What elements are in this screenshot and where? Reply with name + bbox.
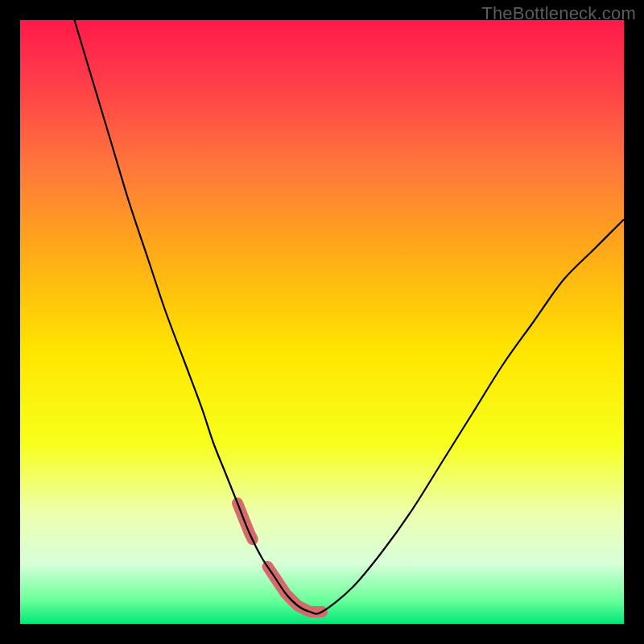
- watermark-label: TheBottleneck.com: [481, 3, 636, 24]
- curve-highlight-segments: [237, 503, 322, 612]
- plot-area: [20, 20, 624, 624]
- curve-layer: [20, 20, 624, 624]
- chart-frame: TheBottleneck.com: [0, 0, 644, 644]
- bottleneck-curve: [75, 20, 625, 614]
- highlight-segment: [268, 567, 323, 612]
